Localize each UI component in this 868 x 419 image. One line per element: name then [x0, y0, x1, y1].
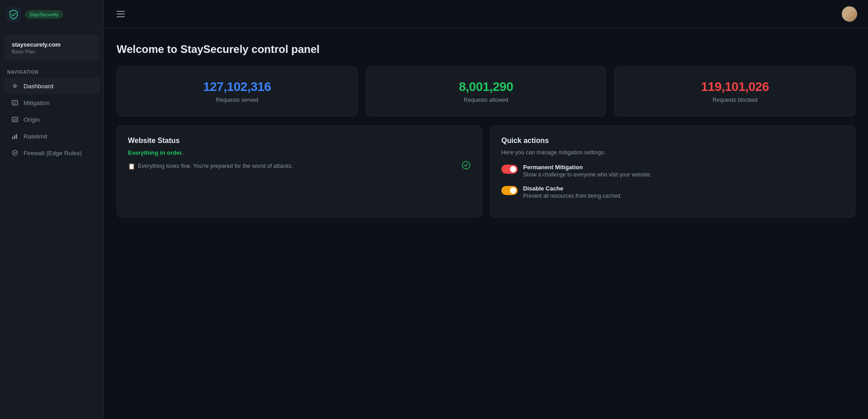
qa-desc-permanent-mitigation: Show a challenge to everyone who visit y… — [523, 171, 651, 178]
stat-number-served: 127,102,316 — [203, 80, 271, 94]
nav-section-label: NAVIGATION — [0, 66, 104, 77]
sidebar-item-origin[interactable]: 24 Origin — [4, 111, 100, 128]
sidebar-item-firewall-label: Firewall (Edge Rules) — [24, 150, 82, 157]
sidebar: StaySecurely staysecurely.com Basic Plan… — [0, 0, 104, 419]
toggle-permanent-mitigation[interactable] — [501, 165, 518, 174]
website-status-panel: Website Status Everything in order. 📋 Ev… — [117, 125, 482, 218]
stat-card-blocked: 119,101,026 Requests blocked — [614, 67, 855, 116]
svg-rect-8 — [16, 134, 17, 139]
stat-number-blocked: 119,101,026 — [701, 80, 769, 94]
svg-rect-0 — [6, 7, 21, 22]
sidebar-item-dashboard[interactable]: Dashboard — [4, 78, 100, 94]
sidebar-item-firewall[interactable]: Firewall (Edge Rules) — [4, 145, 100, 161]
dashboard-icon — [11, 82, 19, 90]
stat-label-allowed: Requests allowed — [464, 97, 509, 103]
stats-row: 127,102,316 Requests served 8,001,290 Re… — [117, 67, 855, 116]
sidebar-item-ratelimit[interactable]: Ratelimit — [4, 128, 100, 144]
site-info-card[interactable]: staysecurely.com Basic Plan — [5, 35, 99, 61]
page-title: Welcome to StaySecurely control panel — [117, 43, 855, 56]
sidebar-item-dashboard-label: Dashboard — [24, 83, 53, 90]
svg-point-2 — [14, 86, 15, 86]
brand-logo-icon — [6, 7, 21, 22]
avatar-image — [842, 6, 857, 22]
sidebar-item-origin-label: Origin — [24, 116, 40, 123]
svg-rect-6 — [12, 137, 14, 139]
status-detail: 📋 Everything looks fine. You're prepared… — [128, 161, 471, 171]
qa-item-disable-cache: Disable Cache Prevent all resources from… — [501, 185, 844, 199]
svg-point-9 — [462, 162, 470, 169]
stat-card-allowed: 8,001,290 Requests allowed — [366, 67, 607, 116]
sidebar-header: StaySecurely — [0, 0, 104, 29]
quick-actions-title: Quick actions — [501, 137, 844, 145]
stat-number-allowed: 8,001,290 — [459, 80, 513, 94]
page-content: Welcome to StaySecurely control panel 12… — [104, 29, 868, 419]
sidebar-item-mitigation[interactable]: Mitigation — [4, 95, 100, 111]
qa-item-permanent-mitigation: Permanent Mitigation Show a challenge to… — [501, 164, 844, 178]
site-name: staysecurely.com — [12, 41, 92, 48]
firewall-icon — [11, 149, 19, 157]
sidebar-item-ratelimit-label: Ratelimit — [24, 133, 47, 140]
user-avatar[interactable] — [842, 6, 857, 22]
main-content: Welcome to StaySecurely control panel 12… — [104, 0, 868, 419]
qa-text-disable-cache: Disable Cache Prevent all resources from… — [523, 185, 622, 199]
quick-actions-panel: Quick actions Here you can manage mitiga… — [490, 125, 855, 218]
status-detail-text: Everything looks fine. You're prepared f… — [138, 163, 293, 169]
site-plan: Basic Plan — [12, 49, 92, 54]
brand-badge: StaySecurely — [25, 10, 63, 19]
qa-text-permanent-mitigation: Permanent Mitigation Show a challenge to… — [523, 164, 651, 178]
hamburger-line-1 — [117, 11, 125, 12]
origin-icon: 24 — [11, 115, 19, 124]
clipboard-icon: 📋 — [128, 163, 135, 170]
stat-label-blocked: Requests blocked — [712, 97, 757, 103]
stat-label-served: Requests served — [216, 97, 258, 103]
svg-text:24: 24 — [13, 118, 17, 121]
toggle-disable-cache[interactable] — [501, 186, 518, 195]
qa-desc-disable-cache: Prevent all resources from being cached. — [523, 193, 622, 199]
qa-label-permanent-mitigation: Permanent Mitigation — [523, 164, 651, 171]
qa-label-disable-cache: Disable Cache — [523, 185, 622, 192]
svg-rect-3 — [12, 100, 18, 105]
ratelimit-icon — [11, 132, 19, 140]
hamburger-menu[interactable] — [115, 9, 127, 19]
status-check-icon — [462, 161, 471, 171]
stat-card-served: 127,102,316 Requests served — [117, 67, 358, 116]
mitigation-icon — [11, 99, 19, 107]
status-ok-text: Everything in order. — [128, 149, 471, 156]
sidebar-nav: Dashboard Mitigation 24 Origin — [0, 77, 104, 162]
topbar — [104, 0, 868, 29]
sidebar-item-mitigation-label: Mitigation — [24, 100, 50, 106]
bottom-row: Website Status Everything in order. 📋 Ev… — [117, 125, 855, 218]
svg-rect-7 — [14, 135, 15, 139]
hamburger-line-3 — [117, 16, 125, 17]
hamburger-line-2 — [117, 14, 125, 14]
website-status-title: Website Status — [128, 137, 471, 145]
quick-actions-subtitle: Here you can manage mitigation settings. — [501, 149, 844, 156]
